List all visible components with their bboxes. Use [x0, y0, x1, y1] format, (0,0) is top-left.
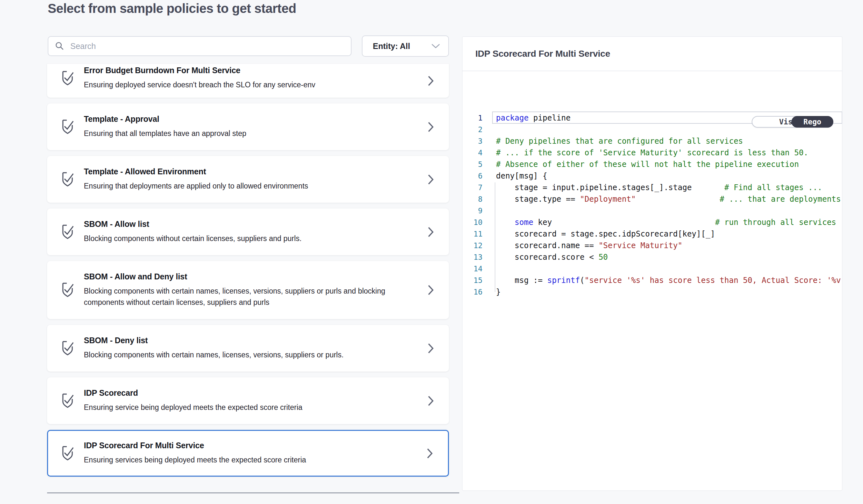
line-content: scorecard = stage.spec.idpScorecard[key]…: [496, 228, 842, 240]
line-content: deny[msg] {: [496, 170, 842, 182]
line-content: }: [496, 286, 842, 298]
view-mode-toggle: Visual Rego: [752, 116, 833, 128]
line-number: 9: [462, 205, 483, 217]
list-bottom-divider: [47, 492, 459, 493]
line-number: 3: [462, 135, 483, 147]
code-line: 7 stage = input.pipeline.stages[_].stage…: [462, 182, 842, 193]
code-line: 6 deny[msg] {: [462, 170, 842, 182]
line-number: 16: [462, 286, 483, 298]
policy-card-description: Ensuring that deployments are applied on…: [84, 180, 308, 192]
policy-card-title: SBOM - Deny list: [84, 336, 343, 345]
policy-card-description: Ensuring services being deployed meets t…: [84, 454, 306, 466]
policy-card[interactable]: SBOM - Allow and Deny list Blocking comp…: [47, 261, 449, 319]
shield-check-icon: [60, 118, 75, 136]
search-input[interactable]: [70, 41, 345, 51]
line-content: some key # run through all services: [496, 217, 842, 228]
line-number: 15: [462, 274, 483, 286]
code-line: 8 stage.type == "Deployment" # ... that …: [462, 193, 842, 205]
line-number: 7: [462, 182, 483, 193]
policy-card-description: Blocking components without certain lice…: [84, 233, 301, 244]
code-line: 4 # ... if the score of 'Service Maturit…: [462, 147, 842, 158]
chevron-right-icon: [428, 396, 434, 406]
code-line: 14: [462, 263, 842, 274]
line-content: scorecard.score < 50: [496, 251, 842, 263]
shield-check-icon: [60, 392, 75, 410]
code-line: 5 # Absence of either of these will not …: [462, 158, 842, 170]
entity-filter-label: Entity: All: [373, 41, 410, 51]
shield-check-icon: [60, 339, 75, 357]
policy-card-title: Template - Allowed Environment: [84, 167, 308, 176]
code-line: 15 msg := sprintf("service '%s' has scor…: [462, 274, 842, 286]
line-content: [496, 205, 842, 217]
line-number: 11: [462, 228, 483, 240]
line-content: stage.type == "Deployment" # ... that ar…: [496, 193, 842, 205]
policy-detail-title: IDP Scorecard For Multi Service: [475, 49, 610, 59]
policy-card-title: IDP Scorecard: [84, 388, 302, 398]
line-number: 10: [462, 217, 483, 228]
shield-check-icon: [60, 223, 75, 241]
policy-card-title: SBOM - Allow list: [84, 219, 301, 229]
policy-card[interactable]: Error Budget Burndown For Multi Service …: [47, 64, 449, 98]
line-number: 8: [462, 193, 483, 205]
code-line: 11 scorecard = stage.spec.idpScorecard[k…: [462, 228, 842, 240]
chevron-right-icon: [428, 343, 434, 354]
line-number: 1: [462, 112, 483, 124]
search-box[interactable]: [48, 36, 351, 56]
line-content: # ... if the score of 'Service Maturity'…: [496, 147, 842, 158]
code-line: 10 some key # run through all services: [462, 217, 842, 228]
code-line: 13 scorecard.score < 50: [462, 251, 842, 263]
chevron-right-icon: [428, 227, 434, 237]
line-content: msg := sprintf("service '%s' has score l…: [496, 274, 842, 286]
policy-list: Error Budget Burndown For Multi Service …: [47, 64, 449, 477]
policy-card[interactable]: IDP Scorecard For Multi Service Ensuring…: [47, 430, 449, 477]
line-content: # Deny pipelines that are configured for…: [496, 135, 842, 147]
line-number: 13: [462, 251, 483, 263]
shield-check-icon: [60, 69, 75, 87]
policy-card-description: Ensuring deployed service doesn't breach…: [84, 79, 315, 91]
chevron-right-icon: [427, 448, 433, 459]
shield-check-icon: [60, 170, 75, 189]
code-editor[interactable]: 1 package pipeline 2 3 # Deny pipelines …: [462, 71, 842, 490]
chevron-right-icon: [428, 75, 434, 86]
search-icon: [55, 41, 64, 51]
policy-card-title: Template - Approval: [84, 114, 246, 124]
policy-card-description: Ensuring that all templates have an appr…: [84, 128, 246, 139]
chevron-right-icon: [428, 174, 434, 185]
line-number: 4: [462, 147, 483, 158]
line-number: 5: [462, 158, 483, 170]
chevron-right-icon: [428, 121, 434, 132]
code-line: 9: [462, 205, 842, 217]
policy-card[interactable]: IDP Scorecard Ensuring service being dep…: [47, 377, 449, 424]
chevron-right-icon: [428, 285, 434, 296]
policy-detail-panel: IDP Scorecard For Multi Service 1 packag…: [462, 36, 842, 491]
code-line: 16 }: [462, 286, 842, 298]
policy-card-title: Error Budget Burndown For Multi Service: [84, 66, 315, 75]
line-content: # Absence of either of these will not ha…: [496, 158, 842, 170]
line-number: 2: [462, 124, 483, 135]
chevron-down-icon: [432, 44, 440, 49]
entity-filter-dropdown[interactable]: Entity: All: [362, 36, 449, 57]
code-lines: 1 package pipeline 2 3 # Deny pipelines …: [462, 112, 842, 298]
shield-check-icon: [60, 281, 75, 299]
line-number: 6: [462, 170, 483, 182]
policy-card-description: Blocking components with certain names, …: [84, 285, 393, 308]
policy-card-description: Ensuring service being deployed meets th…: [84, 402, 302, 413]
policy-detail-header: IDP Scorecard For Multi Service: [462, 37, 842, 71]
policy-card[interactable]: SBOM - Deny list Blocking components wit…: [47, 325, 449, 372]
code-line: 12 scorecard.name == "Service Maturity": [462, 240, 842, 251]
page-title: Select from sample policies to get start…: [48, 1, 296, 16]
toggle-rego-button[interactable]: Rego: [791, 116, 833, 128]
policy-card[interactable]: Template - Allowed Environment Ensuring …: [47, 156, 449, 203]
policy-card-title: SBOM - Allow and Deny list: [84, 272, 393, 281]
shield-check-icon: [60, 444, 75, 463]
policy-card[interactable]: Template - Approval Ensuring that all te…: [47, 103, 449, 150]
code-line: 3 # Deny pipelines that are configured f…: [462, 135, 842, 147]
line-content: scorecard.name == "Service Maturity": [496, 240, 842, 251]
policy-card-description: Blocking components with certain names, …: [84, 349, 343, 361]
line-content: [496, 263, 842, 274]
line-content: stage = input.pipeline.stages[_].stage #…: [496, 182, 842, 193]
policy-card-title: IDP Scorecard For Multi Service: [84, 441, 306, 450]
policy-card[interactable]: SBOM - Allow list Blocking components wi…: [47, 208, 449, 255]
line-number: 14: [462, 263, 483, 274]
line-number: 12: [462, 240, 483, 251]
